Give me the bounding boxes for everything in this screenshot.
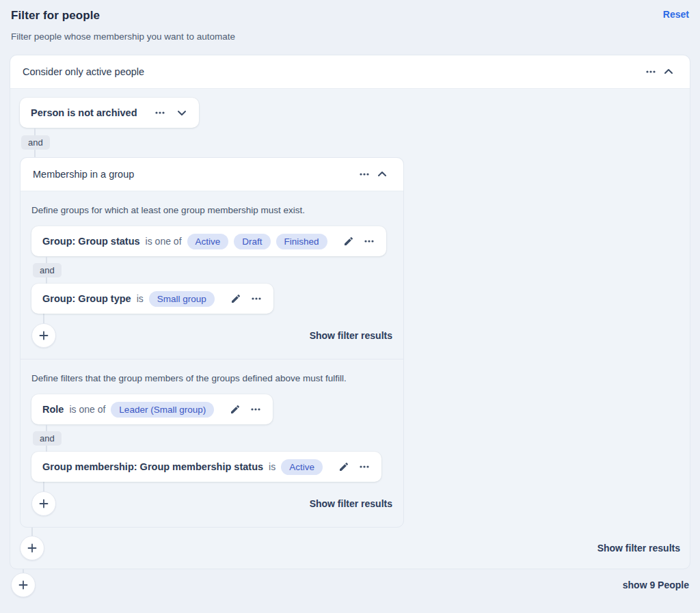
filter-panel: Consider only active people Person is no… [10,55,690,569]
edit-pencil-icon[interactable] [335,458,353,476]
connector-line [43,314,44,323]
condition-field: Group: Group type [42,293,131,304]
more-icon[interactable] [151,104,169,122]
more-icon[interactable] [355,165,373,183]
show-filter-results-link[interactable]: Show filter results [597,543,680,554]
value-pill: Leader (Small group) [111,402,214,418]
edit-pencil-icon[interactable] [226,400,244,418]
reset-button[interactable]: Reset [663,9,689,20]
membership-group-header[interactable]: Membership in a group [21,158,403,191]
condition-operator: is one of [146,236,182,247]
page-footer: show 9 People [0,573,700,597]
filter-panel-title: Consider only active people [23,66,642,77]
and-connector: and [31,424,392,452]
chevron-up-icon[interactable] [373,165,391,183]
show-filter-results-link[interactable]: Show filter results [310,498,392,509]
condition-field: Group: Group status [42,236,140,247]
edit-pencil-icon[interactable] [227,290,245,308]
connector-line [31,528,33,536]
membership-group-card: Membership in a group Define groups for … [20,157,404,528]
condition-row-group-type[interactable]: Group: Group type is Small group [31,284,273,314]
add-condition-button[interactable] [31,491,56,516]
more-icon[interactable] [247,400,265,418]
members-section-description: Define filters that the group members of… [31,373,392,383]
condition-field: Group membership: Group membership statu… [42,461,263,472]
and-connector: and [20,128,680,157]
value-pill: Draft [234,234,270,249]
condition-operator: is [137,293,144,304]
condition-person-not-archived[interactable]: Person is not archived [20,98,199,128]
page-title: Filter for people [11,9,100,23]
show-filter-results-link[interactable]: Show filter results [310,330,392,341]
condition-row-group-status[interactable]: Group: Group status is one of Active Dra… [31,226,386,256]
condition-label: Person is not archived [31,107,137,118]
condition-operator: is one of [69,404,105,415]
add-filter-group-button[interactable] [11,573,36,597]
more-icon[interactable] [355,458,373,476]
chevron-down-icon[interactable] [173,104,191,122]
value-pill: Active [187,234,229,249]
condition-field: Role [42,404,64,415]
and-badge: and [33,431,62,446]
membership-group-title: Membership in a group [33,169,355,180]
condition-operator: is [269,461,275,472]
and-badge: and [33,263,62,277]
members-section: Define filters that the group members of… [21,359,403,527]
page-header: Filter for people Reset [0,0,700,23]
condition-row-membership-status[interactable]: Group membership: Group membership statu… [31,452,381,482]
value-pill: Finished [276,234,327,249]
chevron-up-icon[interactable] [660,63,677,81]
and-badge: and [21,135,50,150]
groups-section: Define groups for which at least one gro… [21,191,403,359]
filter-panel-body: Person is not archived and Membership in… [10,89,690,569]
page-subtitle: Filter people whose membership you want … [0,23,700,42]
add-condition-button[interactable] [31,323,56,348]
add-filter-button[interactable] [20,536,44,560]
more-icon[interactable] [360,232,378,250]
more-icon[interactable] [642,63,660,81]
connector-line [43,482,44,491]
value-pill: Small group [149,291,215,307]
value-pill: Active [281,459,323,475]
and-connector: and [31,256,392,284]
groups-section-description: Define groups for which at least one gro… [31,205,392,215]
condition-row-role[interactable]: Role is one of Leader (Small group) [31,394,273,424]
more-icon[interactable] [247,290,265,308]
edit-pencil-icon[interactable] [340,232,358,250]
filter-panel-header[interactable]: Consider only active people [10,55,690,89]
show-people-link[interactable]: show 9 People [623,580,689,590]
